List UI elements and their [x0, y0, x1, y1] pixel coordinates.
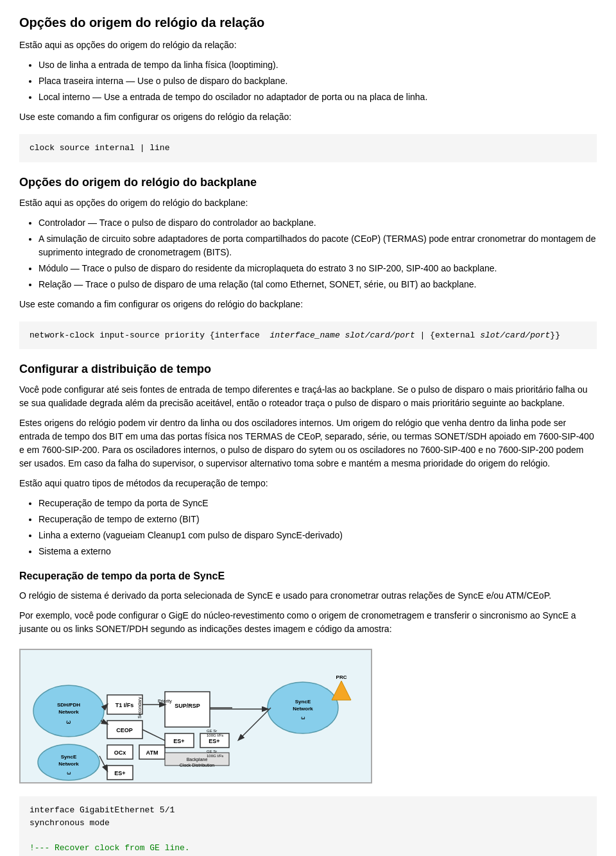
code3-line1: interface GigabitEthernet 5/1 [30, 805, 175, 815]
svg-text:GE Sr: GE Sr [207, 749, 217, 753]
section3-para3: Estão aqui quatro tipos de métodos da re… [19, 477, 597, 490]
section3-title: Configurar a distribuição de tempo [19, 361, 597, 378]
svg-text:GE Sr: GE Sr [207, 729, 217, 733]
svg-text:SDH/PDH: SDH/PDH [57, 702, 80, 708]
section2-intro: Estão aqui as opções do origem do relógi… [19, 196, 597, 210]
svg-text:⍵: ⍵ [301, 715, 305, 721]
bullet-item-3: Local interno — Use a entrada de tempo d… [38, 90, 597, 104]
code-block-1: clock source internal | line [19, 134, 597, 162]
code-block-2: network-clock input-source priority {int… [19, 321, 597, 350]
s3-bullet-1: Recuperação de tempo da porta de SyncE [38, 497, 597, 510]
svg-text:T1 I/Fs: T1 I/Fs [116, 702, 134, 708]
section3-para2: Estes origens do relógio podem vir dentr… [19, 416, 597, 470]
bullet-item-1: Uso de linha a entrada de tempo da linha… [38, 58, 597, 72]
s3-bullet-3: Linha a externo (vagueiam Cleanup1 com p… [38, 529, 597, 542]
use-para-1: Use este comando a fim configurar os ori… [19, 110, 597, 124]
svg-text:100G I/Fs: 100G I/Fs [207, 733, 223, 737]
svg-line-44 [101, 721, 107, 724]
svg-text:SyncE: SyncE [61, 754, 77, 760]
code3-line2: synchronous mode [30, 818, 110, 828]
svg-text:ATM: ATM [146, 749, 158, 756]
svg-line-45 [99, 756, 107, 771]
bullet-list-2: Controlador — Trace o pulso de disparo d… [38, 216, 597, 291]
svg-text:Network: Network [58, 709, 79, 715]
svg-text:Backplane: Backplane [187, 757, 208, 762]
section4-title: Recuperação de tempo da porta de SyncE [19, 569, 597, 584]
svg-text:ES+: ES+ [114, 770, 125, 776]
intro-text: Estão aqui as opções do origem do relógi… [19, 39, 597, 52]
s2-bullet-4: Relação — Trace o pulso de disparo de um… [38, 278, 597, 291]
use-para-2: Use este comando a fim configurar os ori… [19, 298, 597, 311]
code-block-3: interface GigabitEthernet 5/1 synchronou… [19, 796, 597, 856]
s2-bullet-2: A simulação de circuito sobre adaptadore… [38, 232, 597, 259]
svg-text:SUP/RSP: SUP/RSP [175, 703, 200, 709]
section2-title: Opções do origem do relógio do backplane [19, 174, 597, 191]
svg-text:Clock Distribution: Clock Distribution [180, 763, 215, 767]
svg-text:⍵: ⍵ [67, 770, 71, 776]
bullet-item-2: Placa traseira interna — Use o pulso de … [38, 74, 597, 88]
svg-rect-19 [165, 692, 210, 727]
network-diagram: SDH/PDH Network ⍵ SyncE Network ⍵ T1 I/F… [19, 649, 372, 783]
s3-bullet-2: Recuperação de tempo de externo (BIT) [38, 513, 597, 526]
diagram-svg: SDH/PDH Network ⍵ SyncE Network ⍵ T1 I/F… [27, 656, 372, 783]
page-title: Opções do origem do relógio da relação [19, 13, 597, 32]
section4-para2: Por exemplo, você pode configurar o GigE… [19, 609, 597, 636]
svg-marker-37 [332, 681, 351, 700]
svg-text:ES+: ES+ [209, 738, 219, 744]
section3-para1: Você pode configurar até seis fontes de … [19, 383, 597, 410]
svg-line-39 [239, 708, 271, 740]
svg-text:Secondary: Secondary [137, 697, 142, 719]
section4-para1: O relógio de sistema é derivado da porta… [19, 589, 597, 603]
code3-comment: !--- Recover clock from GE line. [30, 843, 190, 853]
svg-text:SyncE: SyncE [295, 699, 311, 705]
svg-text:OCx: OCx [114, 749, 126, 756]
svg-text:⍵: ⍵ [66, 719, 71, 725]
s3-bullet-4: Sistema a externo [38, 545, 597, 558]
svg-text:ES+: ES+ [173, 738, 184, 744]
svg-text:CEOP: CEOP [116, 727, 133, 733]
bullet-list-1: Uso de linha a entrada de tempo da linha… [38, 58, 597, 104]
bullet-list-3: Recuperação de tempo da porta de SyncE R… [38, 497, 597, 558]
s2-bullet-3: Módulo — Trace o pulso de disparo do res… [38, 262, 597, 275]
svg-line-42 [142, 730, 165, 740]
s2-bullet-1: Controlador — Trace o pulso de disparo d… [38, 216, 597, 230]
svg-text:Priority: Priority [158, 699, 172, 704]
svg-text:Network: Network [58, 761, 79, 767]
svg-text:PRC: PRC [336, 674, 347, 680]
svg-text:100G I/Fs: 100G I/Fs [207, 754, 223, 758]
svg-text:Network: Network [293, 706, 313, 712]
